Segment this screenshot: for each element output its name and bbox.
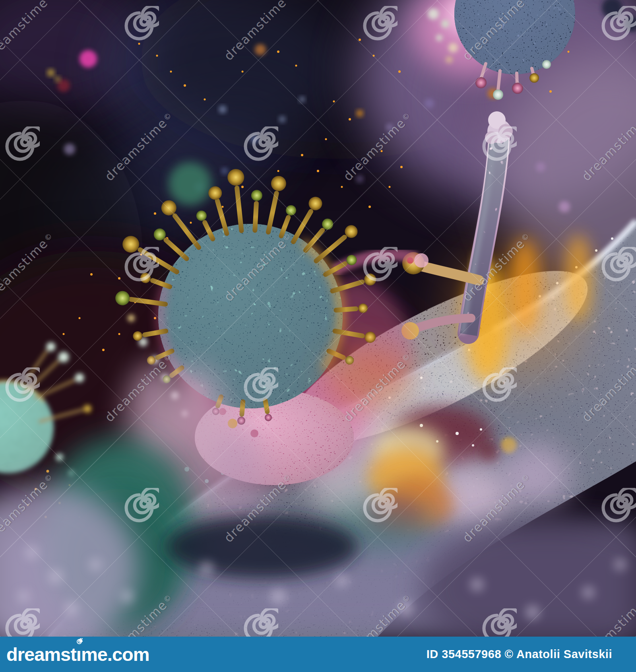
dreamstime-footer-bar: dreamstıme.com ID 354557968 © Anatolii S…: [0, 637, 636, 672]
logo-i-with-swirl: ı: [76, 645, 81, 664]
logo-text-suffix: me.com: [81, 645, 149, 664]
logo-text-i: ı: [76, 644, 81, 665]
photo-virus-scene: dreamstime©dreamstime©dreamstime©dreamst…: [0, 0, 636, 637]
logo-text-prefix: dreamst: [6, 645, 76, 664]
stock-photo-preview: dreamstime©dreamstime©dreamstime©dreamst…: [0, 0, 636, 672]
dreamstime-logo: dreamstıme.com: [6, 645, 149, 664]
image-credit: ID 354557968 © Anatolii Savitskii: [427, 648, 612, 661]
distant-virus: [169, 162, 211, 205]
virus-artwork: [0, 0, 636, 637]
swirl-icon: [76, 638, 83, 645]
